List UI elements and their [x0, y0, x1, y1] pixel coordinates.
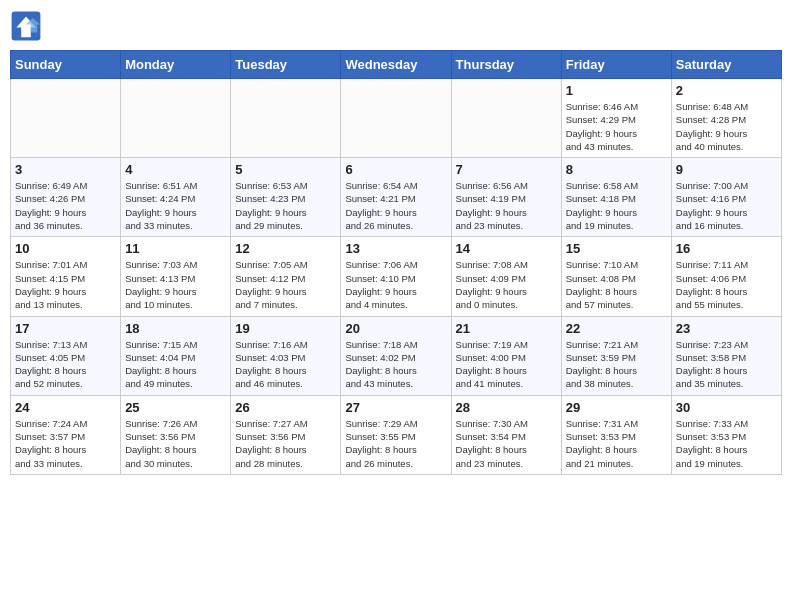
calendar-cell: 26Sunrise: 7:27 AM Sunset: 3:56 PM Dayli…	[231, 395, 341, 474]
day-info: Sunrise: 6:58 AM Sunset: 4:18 PM Dayligh…	[566, 179, 667, 232]
day-info: Sunrise: 7:30 AM Sunset: 3:54 PM Dayligh…	[456, 417, 557, 470]
weekday-header-thursday: Thursday	[451, 51, 561, 79]
day-number: 21	[456, 321, 557, 336]
calendar-cell: 28Sunrise: 7:30 AM Sunset: 3:54 PM Dayli…	[451, 395, 561, 474]
calendar-cell	[11, 79, 121, 158]
day-number: 2	[676, 83, 777, 98]
day-number: 8	[566, 162, 667, 177]
day-number: 26	[235, 400, 336, 415]
calendar-cell: 7Sunrise: 6:56 AM Sunset: 4:19 PM Daylig…	[451, 158, 561, 237]
calendar-cell: 29Sunrise: 7:31 AM Sunset: 3:53 PM Dayli…	[561, 395, 671, 474]
calendar-cell: 12Sunrise: 7:05 AM Sunset: 4:12 PM Dayli…	[231, 237, 341, 316]
calendar-cell: 14Sunrise: 7:08 AM Sunset: 4:09 PM Dayli…	[451, 237, 561, 316]
day-info: Sunrise: 7:29 AM Sunset: 3:55 PM Dayligh…	[345, 417, 446, 470]
calendar-cell: 22Sunrise: 7:21 AM Sunset: 3:59 PM Dayli…	[561, 316, 671, 395]
day-number: 6	[345, 162, 446, 177]
calendar-cell	[121, 79, 231, 158]
logo-icon	[10, 10, 42, 42]
calendar-cell: 3Sunrise: 6:49 AM Sunset: 4:26 PM Daylig…	[11, 158, 121, 237]
page-header	[10, 10, 782, 42]
calendar-cell: 27Sunrise: 7:29 AM Sunset: 3:55 PM Dayli…	[341, 395, 451, 474]
day-number: 5	[235, 162, 336, 177]
day-info: Sunrise: 7:05 AM Sunset: 4:12 PM Dayligh…	[235, 258, 336, 311]
day-info: Sunrise: 7:24 AM Sunset: 3:57 PM Dayligh…	[15, 417, 116, 470]
day-info: Sunrise: 7:31 AM Sunset: 3:53 PM Dayligh…	[566, 417, 667, 470]
calendar-cell: 20Sunrise: 7:18 AM Sunset: 4:02 PM Dayli…	[341, 316, 451, 395]
calendar-cell: 18Sunrise: 7:15 AM Sunset: 4:04 PM Dayli…	[121, 316, 231, 395]
day-number: 28	[456, 400, 557, 415]
day-number: 22	[566, 321, 667, 336]
day-info: Sunrise: 7:19 AM Sunset: 4:00 PM Dayligh…	[456, 338, 557, 391]
calendar-cell: 13Sunrise: 7:06 AM Sunset: 4:10 PM Dayli…	[341, 237, 451, 316]
calendar-week-4: 17Sunrise: 7:13 AM Sunset: 4:05 PM Dayli…	[11, 316, 782, 395]
weekday-header-friday: Friday	[561, 51, 671, 79]
weekday-header-tuesday: Tuesday	[231, 51, 341, 79]
calendar-cell: 1Sunrise: 6:46 AM Sunset: 4:29 PM Daylig…	[561, 79, 671, 158]
calendar-cell: 8Sunrise: 6:58 AM Sunset: 4:18 PM Daylig…	[561, 158, 671, 237]
calendar-cell	[451, 79, 561, 158]
day-info: Sunrise: 7:18 AM Sunset: 4:02 PM Dayligh…	[345, 338, 446, 391]
day-info: Sunrise: 7:00 AM Sunset: 4:16 PM Dayligh…	[676, 179, 777, 232]
day-info: Sunrise: 7:06 AM Sunset: 4:10 PM Dayligh…	[345, 258, 446, 311]
day-number: 3	[15, 162, 116, 177]
day-number: 11	[125, 241, 226, 256]
day-info: Sunrise: 7:03 AM Sunset: 4:13 PM Dayligh…	[125, 258, 226, 311]
day-info: Sunrise: 7:08 AM Sunset: 4:09 PM Dayligh…	[456, 258, 557, 311]
day-number: 15	[566, 241, 667, 256]
day-number: 14	[456, 241, 557, 256]
day-number: 9	[676, 162, 777, 177]
calendar-week-3: 10Sunrise: 7:01 AM Sunset: 4:15 PM Dayli…	[11, 237, 782, 316]
calendar-cell: 15Sunrise: 7:10 AM Sunset: 4:08 PM Dayli…	[561, 237, 671, 316]
day-number: 4	[125, 162, 226, 177]
day-number: 27	[345, 400, 446, 415]
calendar-cell: 10Sunrise: 7:01 AM Sunset: 4:15 PM Dayli…	[11, 237, 121, 316]
day-number: 24	[15, 400, 116, 415]
calendar-cell: 9Sunrise: 7:00 AM Sunset: 4:16 PM Daylig…	[671, 158, 781, 237]
day-info: Sunrise: 6:54 AM Sunset: 4:21 PM Dayligh…	[345, 179, 446, 232]
day-info: Sunrise: 6:46 AM Sunset: 4:29 PM Dayligh…	[566, 100, 667, 153]
day-number: 17	[15, 321, 116, 336]
day-info: Sunrise: 6:51 AM Sunset: 4:24 PM Dayligh…	[125, 179, 226, 232]
day-info: Sunrise: 7:26 AM Sunset: 3:56 PM Dayligh…	[125, 417, 226, 470]
day-info: Sunrise: 7:11 AM Sunset: 4:06 PM Dayligh…	[676, 258, 777, 311]
calendar-cell: 23Sunrise: 7:23 AM Sunset: 3:58 PM Dayli…	[671, 316, 781, 395]
weekday-header-monday: Monday	[121, 51, 231, 79]
day-number: 12	[235, 241, 336, 256]
calendar-cell: 21Sunrise: 7:19 AM Sunset: 4:00 PM Dayli…	[451, 316, 561, 395]
calendar-cell: 6Sunrise: 6:54 AM Sunset: 4:21 PM Daylig…	[341, 158, 451, 237]
calendar-cell: 24Sunrise: 7:24 AM Sunset: 3:57 PM Dayli…	[11, 395, 121, 474]
calendar-week-5: 24Sunrise: 7:24 AM Sunset: 3:57 PM Dayli…	[11, 395, 782, 474]
day-info: Sunrise: 6:56 AM Sunset: 4:19 PM Dayligh…	[456, 179, 557, 232]
calendar-table: SundayMondayTuesdayWednesdayThursdayFrid…	[10, 50, 782, 475]
calendar-week-2: 3Sunrise: 6:49 AM Sunset: 4:26 PM Daylig…	[11, 158, 782, 237]
day-number: 10	[15, 241, 116, 256]
logo	[10, 10, 46, 42]
day-number: 19	[235, 321, 336, 336]
day-info: Sunrise: 7:16 AM Sunset: 4:03 PM Dayligh…	[235, 338, 336, 391]
day-info: Sunrise: 7:33 AM Sunset: 3:53 PM Dayligh…	[676, 417, 777, 470]
calendar-cell: 4Sunrise: 6:51 AM Sunset: 4:24 PM Daylig…	[121, 158, 231, 237]
calendar-cell	[341, 79, 451, 158]
calendar-cell: 17Sunrise: 7:13 AM Sunset: 4:05 PM Dayli…	[11, 316, 121, 395]
day-info: Sunrise: 7:13 AM Sunset: 4:05 PM Dayligh…	[15, 338, 116, 391]
day-number: 25	[125, 400, 226, 415]
day-number: 23	[676, 321, 777, 336]
day-info: Sunrise: 7:21 AM Sunset: 3:59 PM Dayligh…	[566, 338, 667, 391]
day-number: 29	[566, 400, 667, 415]
day-number: 18	[125, 321, 226, 336]
calendar-cell	[231, 79, 341, 158]
day-info: Sunrise: 6:53 AM Sunset: 4:23 PM Dayligh…	[235, 179, 336, 232]
day-number: 13	[345, 241, 446, 256]
calendar-cell: 30Sunrise: 7:33 AM Sunset: 3:53 PM Dayli…	[671, 395, 781, 474]
calendar-cell: 11Sunrise: 7:03 AM Sunset: 4:13 PM Dayli…	[121, 237, 231, 316]
weekday-header-row: SundayMondayTuesdayWednesdayThursdayFrid…	[11, 51, 782, 79]
calendar-cell: 16Sunrise: 7:11 AM Sunset: 4:06 PM Dayli…	[671, 237, 781, 316]
day-info: Sunrise: 7:23 AM Sunset: 3:58 PM Dayligh…	[676, 338, 777, 391]
day-info: Sunrise: 6:49 AM Sunset: 4:26 PM Dayligh…	[15, 179, 116, 232]
weekday-header-sunday: Sunday	[11, 51, 121, 79]
day-info: Sunrise: 6:48 AM Sunset: 4:28 PM Dayligh…	[676, 100, 777, 153]
day-number: 16	[676, 241, 777, 256]
calendar-cell: 25Sunrise: 7:26 AM Sunset: 3:56 PM Dayli…	[121, 395, 231, 474]
weekday-header-wednesday: Wednesday	[341, 51, 451, 79]
day-info: Sunrise: 7:15 AM Sunset: 4:04 PM Dayligh…	[125, 338, 226, 391]
